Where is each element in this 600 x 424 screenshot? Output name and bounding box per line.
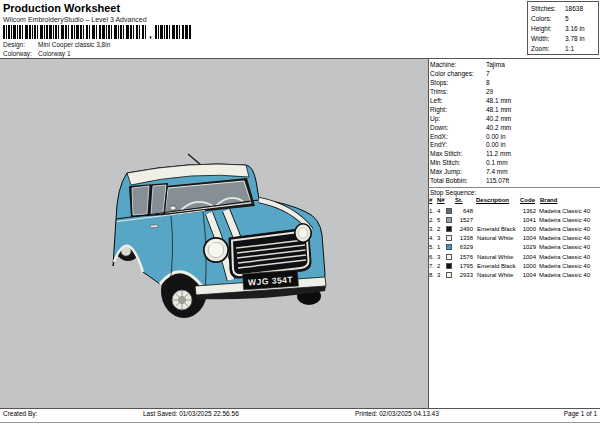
seq-needle: 2: [437, 226, 446, 232]
machine-info-value: 11.2 mm: [486, 150, 511, 159]
machine-info-label: Trims:: [430, 88, 486, 97]
barcode: ,: [3, 25, 193, 39]
machine-info-label: Max Jump:: [430, 168, 486, 177]
stop-sequence-row: 1.46481362Madeira Classic 40: [429, 206, 599, 215]
license-plate: WJG 354T: [243, 270, 299, 290]
machine-info-value: 0.00 in: [486, 141, 506, 150]
printed-label: Printed: 02/03/2025 04.13.43: [355, 410, 439, 417]
machine-info-row: Up:40.2 mm: [430, 115, 598, 124]
stat-row: Zoom:1:1: [531, 44, 598, 54]
machine-info-label: Color changes:: [430, 70, 486, 79]
seq-stitches: 2490: [454, 226, 473, 232]
machine-info-row: Left:48.1 mm: [430, 97, 598, 106]
seq-brand: Madeira Classic 40: [539, 272, 599, 278]
seq-code: 1004: [519, 235, 536, 241]
page-bottom-rule: [0, 422, 600, 423]
machine-info-row: Down:40.2 mm: [430, 124, 598, 133]
stop-sequence-row: 3.22490Emerald Black1000Madeira Classic …: [429, 224, 599, 233]
mini-cooper-embroidery-design: WJG 354T: [0, 59, 428, 408]
stat-value: 3.16 in: [565, 24, 598, 34]
seq-stitches: 2933: [454, 272, 473, 278]
machine-info-rows: Machine:TajimaColor changes:7Stops:8Trim…: [430, 61, 598, 186]
machine-info-value: 40.2 mm: [486, 115, 511, 124]
stop-sequence-row: 6.31576Natural White1004Madeira Classic …: [429, 252, 599, 261]
thread-color-swatch: [446, 272, 452, 278]
stat-row: Stitches:18638: [531, 4, 598, 14]
machine-info-value: 0.00 in: [486, 133, 506, 142]
machine-info-row: Min Stitch:0.1 mm: [430, 159, 598, 168]
machine-info-value: 40.2 mm: [486, 124, 511, 133]
seq-brand: Madeira Classic 40: [539, 208, 599, 214]
machine-info-label: Left:: [430, 97, 486, 106]
stats-rows: Stitches:18638Colors:5Height:3.16 inWidt…: [531, 4, 598, 54]
machine-info-row: Machine:Tajima: [430, 61, 598, 70]
thread-color-swatch: [446, 235, 452, 241]
barcode-comma: ,: [149, 29, 152, 39]
colorway-row: Colorway:Colorway 1: [3, 50, 71, 57]
seq-number: 1.: [429, 208, 437, 214]
machine-info-row: Total Bobbin:115.07ft: [430, 177, 598, 186]
stat-value: 18638: [565, 4, 598, 14]
stop-sequence-row: 4.31338Natural White1004Madeira Classic …: [429, 234, 599, 243]
seq-code: 1029: [519, 244, 536, 250]
machine-info-label: Stops:: [430, 79, 486, 88]
stop-sequence-title: Stop Sequence:: [430, 189, 476, 196]
seq-code: 1000: [519, 263, 536, 269]
seq-description: Natural White: [477, 272, 519, 278]
page-title: Production Worksheet: [3, 2, 120, 14]
stats-box: Stitches:18638Colors:5Height:3.16 inWidt…: [527, 1, 599, 55]
machine-info-value: 8: [486, 79, 490, 88]
seq-brand: Madeira Classic 40: [539, 226, 599, 232]
seq-needle: 5: [437, 217, 446, 223]
seq-number: 2.: [429, 217, 437, 223]
seq-stitches: 648: [454, 208, 473, 214]
seq-number: 7.: [429, 263, 437, 269]
last-saved-label: Last Saved: 01/03/2025 22.56.56: [143, 410, 239, 417]
seq-description: Natural White: [477, 235, 519, 241]
stat-label: Width:: [531, 34, 565, 44]
seq-stitches: 6329: [454, 244, 473, 250]
headlight-left: [203, 237, 229, 263]
sequence-divider: [428, 187, 600, 188]
stat-label: Stitches:: [531, 4, 565, 14]
page-footer: Created By: Last Saved: 01/03/2025 22.56…: [0, 410, 600, 422]
machine-info-label: Total Bobbin:: [430, 177, 486, 186]
seq-stitches: 1338: [454, 235, 473, 241]
machine-info-label: Machine:: [430, 61, 486, 70]
stat-label: Zoom:: [531, 44, 565, 54]
thread-color-swatch: [446, 208, 452, 214]
stat-row: Height:3.16 in: [531, 24, 598, 34]
headlight-right: [294, 223, 312, 243]
side-windows: [129, 183, 168, 217]
stat-row: Width:3.78 in: [531, 34, 598, 44]
stop-sequence-header: # N# St. Description Code Brand: [429, 197, 599, 205]
seq-stitches: 1795: [454, 263, 473, 269]
stat-value: 3.78 in: [565, 34, 598, 44]
design-preview-area: WJG 354T: [0, 59, 428, 408]
seq-number: 3.: [429, 226, 437, 232]
app-subtitle: Wilcom EmbroideryStudio – Level 3 Advanc…: [3, 16, 147, 23]
seq-description: Natural White: [477, 254, 519, 260]
seq-brand: Madeira Classic 40: [539, 244, 599, 250]
col-header-code: Code: [520, 197, 535, 203]
stat-value: 1:1: [565, 44, 598, 54]
machine-info-value: 7: [486, 70, 490, 79]
stat-label: Height:: [531, 24, 565, 34]
machine-info-panel: Machine:TajimaColor changes:7Stops:8Trim…: [430, 61, 598, 186]
machine-info-row: EndX:0.00 in: [430, 133, 598, 142]
colorway-name: Colorway 1: [38, 50, 71, 57]
seq-code: 1000: [519, 226, 536, 232]
col-header-brand: Brand: [540, 197, 557, 203]
thread-color-swatch: [446, 263, 452, 269]
machine-info-value: 48.1 mm: [486, 106, 511, 115]
stop-sequence-row: 7.21795Emerald Black1000Madeira Classic …: [429, 261, 599, 270]
seq-number: 4.: [429, 235, 437, 241]
production-worksheet-page: Production Worksheet Wilcom EmbroiderySt…: [0, 0, 600, 424]
col-header-stitches: St.: [455, 197, 463, 203]
stop-sequence-row: 8.32933Natural White1004Madeira Classic …: [429, 270, 599, 279]
col-header-needle: N#: [437, 197, 445, 203]
machine-info-row: Right:48.1 mm: [430, 106, 598, 115]
stat-value: 5: [565, 14, 598, 24]
design-label: Design:: [3, 41, 38, 48]
seq-code: 1004: [519, 254, 536, 260]
